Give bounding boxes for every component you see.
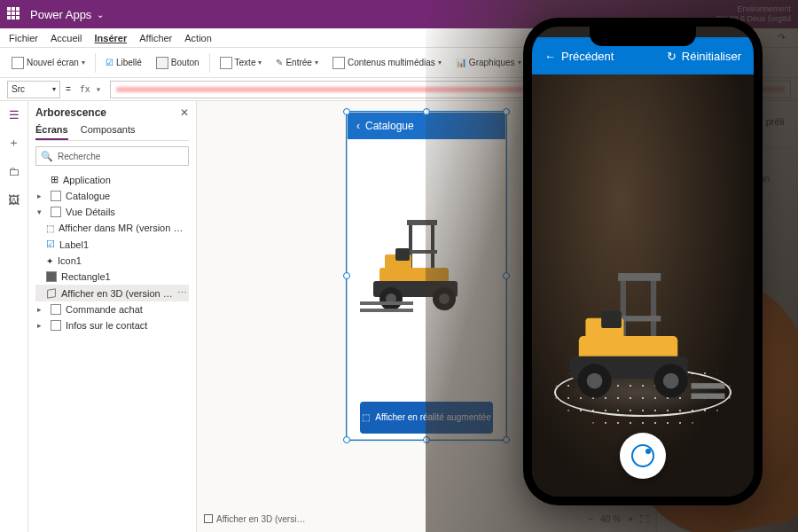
button-icon bbox=[156, 57, 168, 69]
reset-icon: ↻ bbox=[667, 50, 677, 63]
screen-icon bbox=[51, 191, 61, 201]
tab-components[interactable]: Composants bbox=[81, 124, 136, 140]
button-button[interactable]: Bouton bbox=[152, 55, 204, 71]
tree-item-commande[interactable]: ▸Commande achat bbox=[35, 301, 189, 317]
ar-cube-icon: ⬚ bbox=[362, 412, 370, 423]
tree-item-infos[interactable]: ▸Infos sur le contact bbox=[35, 317, 189, 333]
cube-icon bbox=[46, 288, 57, 299]
phone-mockup: ←Précédent ↻Réinitialiser bbox=[523, 18, 763, 505]
rail-tree-icon[interactable]: ☰ bbox=[6, 106, 22, 122]
phone-screen: ←Précédent ↻Réinitialiser bbox=[532, 27, 754, 497]
screen-icon bbox=[51, 207, 61, 217]
tree-title: Arborescence bbox=[35, 106, 106, 119]
menu-inserer[interactable]: Insérer bbox=[94, 33, 127, 43]
input-dropdown[interactable]: ✎Entrée▾ bbox=[271, 56, 322, 69]
rail-insert-icon[interactable]: ＋ bbox=[6, 135, 22, 151]
close-panel-icon[interactable]: ✕ bbox=[180, 106, 189, 119]
ar-camera-view bbox=[532, 74, 754, 497]
svg-rect-17 bbox=[618, 316, 661, 321]
tree-item-icon1[interactable]: ✦Icon1 bbox=[35, 253, 189, 269]
screen-icon bbox=[51, 320, 61, 331]
svg-rect-26 bbox=[691, 394, 724, 399]
tree-search-input[interactable]: 🔍 Recherche bbox=[35, 146, 189, 166]
selection-indicator[interactable]: Afficher en 3D (versi… bbox=[204, 514, 305, 524]
tree-item-catalogue[interactable]: ▸Catalogue bbox=[35, 188, 189, 204]
menu-fichier[interactable]: Fichier bbox=[9, 33, 38, 43]
back-arrow-icon: ← bbox=[544, 50, 556, 63]
svg-rect-27 bbox=[601, 311, 622, 328]
app-title: Power Apps bbox=[30, 8, 91, 21]
menu-action[interactable]: Action bbox=[184, 33, 212, 43]
tree-item-label1[interactable]: ☑Label1 bbox=[35, 236, 189, 253]
cube-icon bbox=[204, 514, 213, 523]
resize-handle[interactable] bbox=[343, 436, 350, 443]
svg-point-24 bbox=[663, 373, 679, 389]
property-selector[interactable]: Src▾ bbox=[7, 81, 60, 98]
svg-rect-16 bbox=[618, 273, 661, 281]
tab-screens[interactable]: Écrans bbox=[35, 124, 68, 140]
ar-forklift-model bbox=[559, 273, 727, 408]
svg-rect-11 bbox=[360, 301, 413, 305]
tree-item-view3d[interactable]: Afficher en 3D (version préliminaire)⋯ bbox=[35, 285, 189, 301]
ar-back-button[interactable]: ←Précédent bbox=[544, 50, 614, 63]
screen-icon bbox=[12, 57, 24, 69]
new-screen-button[interactable]: Nouvel écran▾ bbox=[7, 55, 90, 71]
svg-rect-13 bbox=[395, 248, 410, 261]
camera-icon bbox=[631, 444, 654, 467]
back-chevron-icon: ‹ bbox=[356, 120, 360, 132]
text-dropdown[interactable]: Texte▾ bbox=[215, 55, 267, 71]
app-title-chevron-icon[interactable]: ⌄ bbox=[97, 10, 104, 20]
svg-rect-25 bbox=[691, 383, 724, 388]
phone-notch bbox=[590, 27, 696, 46]
media-icon bbox=[332, 57, 345, 69]
tree-view-panel: Arborescence ✕ Écrans Composants 🔍 Reche… bbox=[28, 101, 197, 532]
text-icon bbox=[220, 57, 232, 69]
tree-item-rect[interactable]: Rectangle1 bbox=[35, 269, 189, 285]
svg-point-22 bbox=[587, 373, 603, 389]
rail-media-icon[interactable]: 🖼 bbox=[6, 192, 22, 207]
preview-title: Catalogue bbox=[365, 120, 414, 132]
tree-item-app[interactable]: ⊞Application bbox=[35, 171, 189, 188]
fx-icon: fx ▾ bbox=[76, 84, 105, 94]
menu-afficher[interactable]: Afficher bbox=[139, 33, 172, 43]
camera-shutter-button[interactable] bbox=[620, 433, 666, 479]
left-rail: ☰ ＋ 🗀 🖼 bbox=[0, 101, 28, 532]
search-icon: 🔍 bbox=[41, 151, 53, 162]
svg-rect-12 bbox=[360, 309, 413, 312]
tree-tabs: Écrans Composants bbox=[35, 124, 189, 141]
label-button[interactable]: ☑Libellé bbox=[101, 56, 146, 69]
screen-icon bbox=[51, 304, 61, 315]
app-launcher-icon[interactable] bbox=[7, 7, 21, 21]
rail-data-icon[interactable]: 🗀 bbox=[6, 163, 22, 179]
item-more-icon[interactable]: ⋯ bbox=[177, 287, 187, 299]
menu-accueil[interactable]: Accueil bbox=[51, 33, 82, 43]
tree-item-mr[interactable]: ⬚Afficher dans MR (version préliminaire) bbox=[35, 220, 189, 236]
ar-reset-button[interactable]: ↻Réinitialiser bbox=[667, 50, 741, 63]
rect-icon bbox=[46, 271, 57, 282]
tree-item-details[interactable]: ▾Vue Détails bbox=[35, 204, 189, 220]
